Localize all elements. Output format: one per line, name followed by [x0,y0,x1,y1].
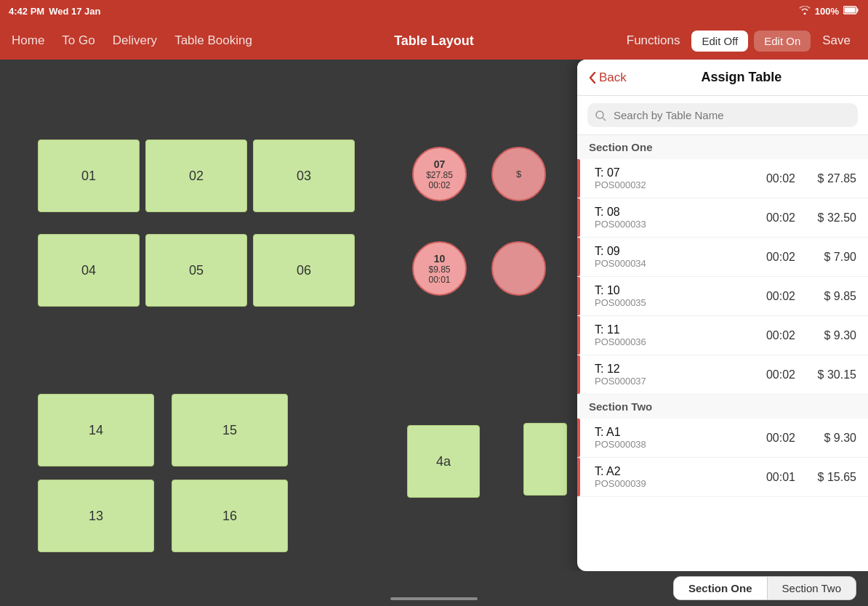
row-table-name: T: 10 [595,284,766,297]
svg-rect-1 [857,8,859,12]
row-amount: $ 9.85 [813,290,856,303]
table-circle-partial-1[interactable] [491,241,546,296]
section-tabs: Section One Section Two [673,576,856,600]
table-row[interactable]: T: 11 POS000036 00:02 $ 9.30 [577,316,868,355]
search-input[interactable] [587,103,858,127]
table-14[interactable]: 14 [38,394,154,466]
save-button[interactable]: Save [816,29,856,52]
row-indicator [577,419,580,457]
table-circle-07[interactable]: 07$27.8500:02 [412,147,467,201]
bottom-bar: Section One Section Two [0,571,868,606]
nav-delivery[interactable]: Delivery [113,33,157,48]
table-04[interactable]: 04 [38,234,140,307]
row-pos: POS000036 [595,336,766,347]
row-amount: $ 9.30 [813,329,856,342]
table-circle-10[interactable]: 10$9.8500:01 [412,241,467,296]
row-indicator [577,198,580,237]
row-table-name: T: 11 [595,323,766,336]
row-time: 00:02 [766,329,795,342]
row-indicator [577,159,580,198]
table-row[interactable]: T: A1 POS000038 00:02 $ 9.30 [577,419,868,458]
row-table-name: T: 08 [595,206,766,219]
section-tab-two[interactable]: Section Two [768,577,856,599]
row-amount: $ 27.85 [813,172,856,185]
assign-panel: Back Assign Table Section One T: 07 POS0… [577,60,868,571]
top-nav: Home To Go Delivery Table Booking Table … [0,22,868,60]
table-4a[interactable]: 4a [407,425,480,498]
table-15[interactable]: 15 [172,394,288,466]
row-pos: POS000038 [595,439,766,450]
table-05[interactable]: 05 [145,234,247,307]
table-row[interactable]: T: 10 POS000035 00:02 $ 9.85 [577,277,868,316]
back-label: Back [599,70,627,85]
row-time: 00:02 [766,368,795,381]
edit-on-button[interactable]: Edit On [754,31,811,52]
battery-display: 100% [815,6,839,17]
table-row[interactable]: T: 08 POS000033 00:02 $ 32.50 [577,198,868,238]
svg-line-4 [603,118,606,121]
table-partial-right[interactable] [523,423,567,496]
row-time: 00:02 [766,290,795,303]
row-table-name: T: 12 [595,363,766,376]
section-header-section-two: Section Two [577,395,868,419]
row-table-name: T: 07 [595,166,766,179]
page-title: Table Layout [394,33,474,49]
row-indicator [577,458,580,496]
table-row[interactable]: T: A2 POS000039 00:01 $ 15.65 [577,458,868,497]
row-indicator [577,316,580,355]
time-display: 4:42 PM [9,6,44,17]
search-section [577,96,868,135]
status-bar: 4:42 PM Wed 17 Jan 100% [0,0,868,22]
row-table-name: T: A1 [595,426,766,439]
row-amount: $ 32.50 [813,211,856,225]
table-06[interactable]: 06 [253,234,355,307]
functions-button[interactable]: Functions [621,29,686,52]
date-display: Wed 17 Jan [49,6,100,17]
row-table-name: T: 09 [595,245,766,258]
table-13[interactable]: 13 [38,480,154,552]
edit-off-button[interactable]: Edit Off [691,31,748,52]
svg-point-3 [596,111,603,118]
scroll-indicator [390,597,478,600]
nav-togo[interactable]: To Go [62,33,95,48]
row-indicator [577,238,580,276]
section-header-section-one: Section One [577,135,868,159]
row-time: 00:02 [766,432,795,445]
row-time: 00:02 [766,211,795,225]
table-row[interactable]: T: 12 POS000037 00:02 $ 30.15 [577,355,868,395]
row-indicator [577,277,580,315]
table-circle-partial-0[interactable]: $ [491,147,546,201]
row-pos: POS000039 [595,478,766,489]
row-time: 00:02 [766,172,795,185]
nav-home[interactable]: Home [12,33,44,48]
row-amount: $ 15.65 [813,471,856,484]
battery-icon [843,6,859,17]
table-03[interactable]: 03 [253,140,355,212]
table-list: Section One T: 07 POS000032 00:02 $ 27.8… [577,135,868,571]
row-table-name: T: A2 [595,465,766,478]
row-amount: $ 9.30 [813,432,856,445]
table-02[interactable]: 02 [145,140,247,212]
wifi-icon [799,6,811,17]
row-time: 00:02 [766,251,795,264]
table-16[interactable]: 16 [172,480,288,552]
row-pos: POS000037 [595,376,766,387]
section-tab-one[interactable]: Section One [674,577,768,599]
table-01[interactable]: 01 [38,140,140,212]
row-indicator [577,355,580,394]
search-icon [595,110,606,121]
row-pos: POS000033 [595,219,766,230]
row-pos: POS000035 [595,297,766,308]
panel-header: Back Assign Table [577,60,868,96]
row-amount: $ 7.90 [813,251,856,264]
svg-rect-2 [845,7,856,12]
table-row[interactable]: T: 09 POS000034 00:02 $ 7.90 [577,238,868,277]
back-button[interactable]: Back [589,70,627,85]
row-time: 00:01 [766,471,795,484]
row-pos: POS000034 [595,258,766,269]
nav-table-booking[interactable]: Table Booking [174,33,252,48]
table-row[interactable]: T: 07 POS000032 00:02 $ 27.85 [577,159,868,198]
panel-title: Assign Table [627,70,856,85]
row-amount: $ 30.15 [813,368,856,381]
row-pos: POS000032 [595,179,766,190]
